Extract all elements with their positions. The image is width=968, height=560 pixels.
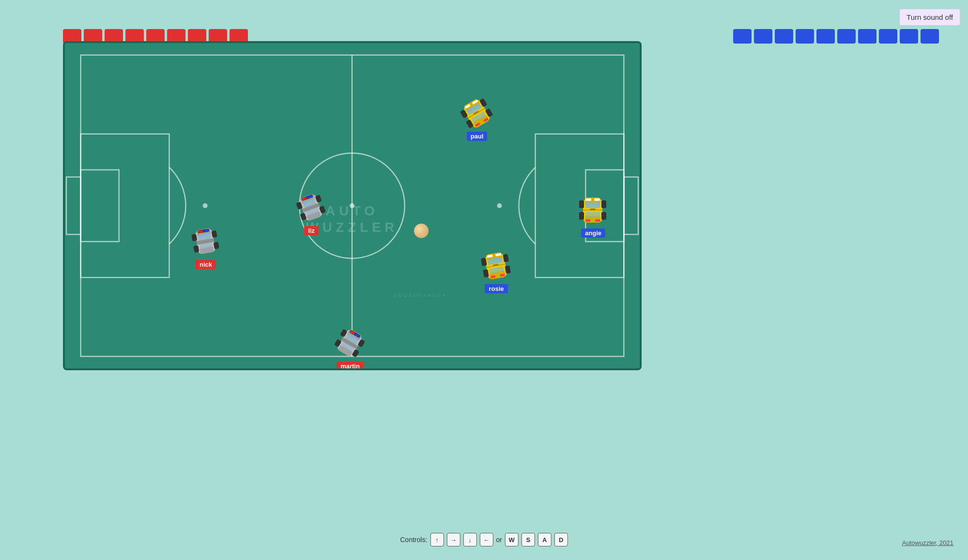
key-button: ↑: [430, 533, 444, 546]
key-button: W: [505, 533, 519, 546]
controls-bar: Controls: ↑→↓← or WSAD: [400, 533, 568, 546]
blue-score-block: [796, 29, 814, 44]
svg-text:AUTO: AUTO: [325, 203, 378, 218]
blue-score-block: [921, 29, 939, 44]
svg-rect-81: [579, 200, 584, 208]
credit-link[interactable]: Autowuzzler, 2021: [902, 539, 953, 546]
car-nick: [189, 225, 223, 259]
player-label-martin: martin: [337, 362, 364, 370]
player-rosie: rosie: [479, 249, 513, 293]
key-button: S: [522, 533, 535, 546]
field-markings: AUTO WUZZLER DDDXDDXNDDX: [65, 43, 640, 368]
game-ball: [414, 224, 429, 238]
blue-score-bar: [733, 29, 939, 44]
svg-rect-11: [624, 177, 638, 235]
svg-point-9: [497, 203, 502, 208]
svg-rect-83: [579, 212, 584, 220]
svg-rect-10: [66, 177, 81, 235]
controls-or-text: or: [496, 536, 502, 544]
blue-score-block: [733, 29, 752, 44]
blue-score-block: [775, 29, 793, 44]
key-button: →: [446, 533, 460, 546]
blue-score-block: [837, 29, 856, 44]
blue-score-block: [900, 29, 918, 44]
key-button: A: [538, 533, 552, 546]
blue-score-block: [754, 29, 772, 44]
blue-score-block: [879, 29, 897, 44]
svg-rect-82: [601, 200, 606, 208]
car-angie: [576, 194, 610, 227]
svg-text:DDDXDDXNDDX: DDDXDDXNDDX: [394, 292, 447, 298]
player-label-angie: angie: [581, 228, 605, 238]
svg-rect-78: [594, 198, 600, 201]
blue-score-block: [816, 29, 835, 44]
car-martin: [333, 327, 367, 361]
svg-rect-77: [585, 198, 591, 201]
key-button: ↓: [463, 533, 476, 546]
svg-rect-76: [585, 212, 600, 217]
svg-point-6: [203, 203, 208, 208]
turn-sound-button[interactable]: Turn sound off: [899, 9, 960, 26]
player-martin: martin: [333, 327, 367, 370]
player-angie: angie: [576, 194, 610, 238]
svg-rect-80: [595, 219, 600, 222]
player-label-rosie: rosie: [485, 284, 507, 293]
car-liz: [294, 191, 328, 225]
svg-rect-84: [601, 212, 606, 220]
game-field: AUTO WUZZLER DDDXDDXNDDX: [63, 41, 642, 370]
blue-score-block: [858, 29, 876, 44]
player-paul: paul: [460, 97, 494, 141]
player-label-liz: liz: [304, 226, 319, 235]
svg-rect-79: [585, 219, 590, 222]
car-paul: [460, 97, 494, 131]
player-liz: liz: [294, 191, 328, 235]
svg-rect-86: [590, 209, 596, 210]
svg-rect-4: [81, 134, 169, 277]
player-nick: nick: [189, 225, 223, 269]
controls-label: Controls:: [400, 536, 427, 544]
key-button: ←: [479, 533, 493, 546]
key-button: D: [554, 533, 568, 546]
svg-rect-75: [585, 202, 600, 208]
car-rosie: [479, 249, 513, 283]
svg-rect-5: [81, 170, 119, 242]
player-label-nick: nick: [196, 260, 216, 269]
